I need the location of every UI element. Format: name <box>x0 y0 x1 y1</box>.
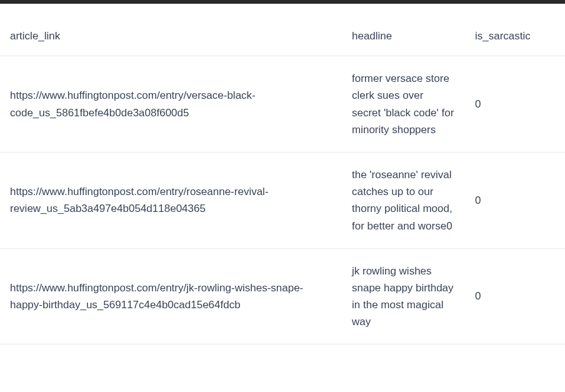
table-row: https://www.huffingtonpost.com/entry/ros… <box>0 152 565 248</box>
cell-is-sarcastic: 0 <box>465 152 565 248</box>
table-row: https://www.huffingtonpost.com/entry/ver… <box>0 56 565 153</box>
data-table: article_link headline is_sarcastic https… <box>0 4 565 344</box>
cell-article-link: https://www.huffingtonpost.com/entry/jk-… <box>0 248 342 344</box>
cell-article-link: https://www.huffingtonpost.com/entry/ros… <box>0 152 342 248</box>
table-header-row: article_link headline is_sarcastic <box>0 4 565 56</box>
header-article-link: article_link <box>0 4 342 56</box>
cell-headline: jk rowling wishes snape happy birthday i… <box>342 248 465 344</box>
header-is-sarcastic: is_sarcastic <box>465 4 565 56</box>
cell-article-link: https://www.huffingtonpost.com/entry/ver… <box>0 56 342 153</box>
cell-is-sarcastic: 0 <box>465 56 565 153</box>
table-row: https://www.huffingtonpost.com/entry/jk-… <box>0 248 565 344</box>
table-container: article_link headline is_sarcastic https… <box>0 4 565 344</box>
cell-is-sarcastic: 0 <box>465 248 565 344</box>
cell-headline: former versace store clerk sues over sec… <box>342 56 465 153</box>
cell-headline: the 'roseanne' revival catches up to our… <box>342 152 465 248</box>
header-headline: headline <box>342 4 465 56</box>
